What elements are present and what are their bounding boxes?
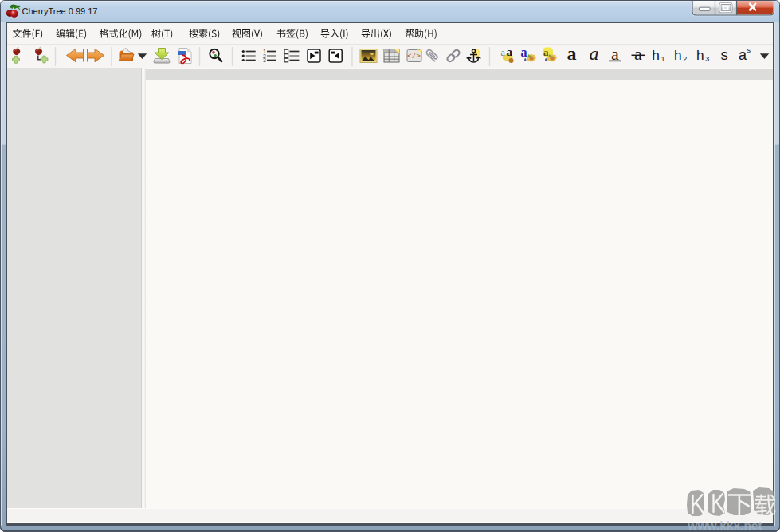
- svg-text:www.kkx.net: www.kkx.net: [687, 518, 762, 532]
- svg-text:</>: </>: [407, 52, 421, 61]
- svg-text:h: h: [652, 47, 660, 63]
- svg-text:h: h: [674, 47, 682, 63]
- svg-text:1: 1: [660, 55, 664, 63]
- svg-text:a: a: [501, 47, 506, 58]
- svg-text:a: a: [521, 45, 527, 59]
- svg-text:3: 3: [705, 55, 709, 63]
- svg-text:a: a: [634, 44, 642, 64]
- svg-text:a: a: [590, 43, 599, 64]
- svg-text:a: a: [507, 45, 513, 58]
- svg-text:CherryTree 0.99.17: CherryTree 0.99.17: [22, 6, 98, 16]
- svg-text:a: a: [567, 43, 577, 64]
- svg-text:h: h: [696, 47, 704, 63]
- svg-text:3: 3: [263, 57, 266, 63]
- svg-text:2: 2: [683, 55, 687, 63]
- svg-text:s: s: [747, 45, 751, 54]
- svg-text:s: s: [720, 46, 727, 63]
